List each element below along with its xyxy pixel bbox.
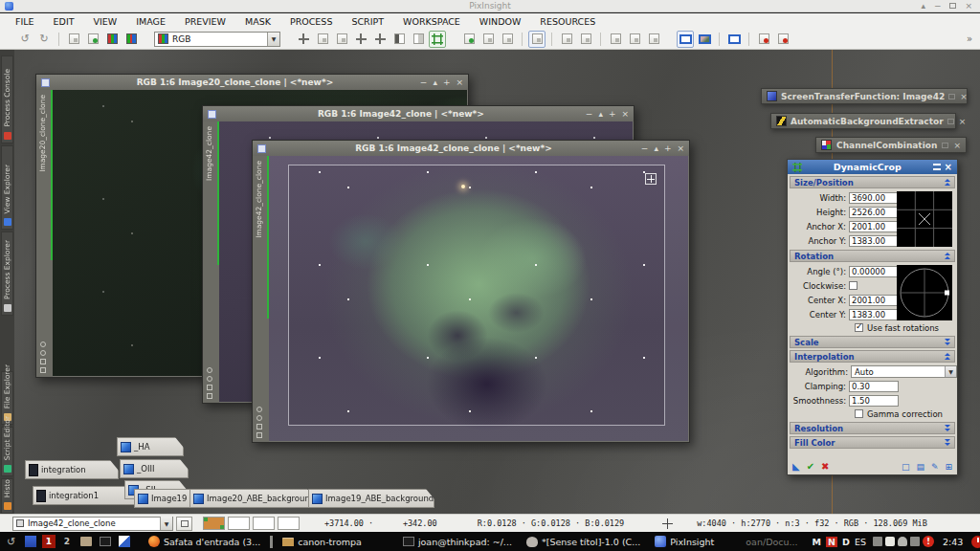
zoom-out-mode-icon[interactable] [333,31,350,48]
window-grid-icon[interactable] [23,535,37,549]
tab-view-explorer[interactable]: View Explorer [1,145,13,230]
toolbar-overflow-icon[interactable]: » [967,33,976,44]
close-icon[interactable]: × [953,141,961,150]
terminal-launcher-icon[interactable] [98,535,112,549]
toolbar-drag-handle[interactable] [667,33,672,45]
section-rotation[interactable]: Rotation [790,250,955,262]
indicator-d[interactable]: D [842,537,850,547]
close-window-icon[interactable]: × [965,1,972,11]
keyboard-layout-indicator[interactable]: ES [855,537,866,547]
smoothness-input[interactable] [849,395,899,407]
close-icon[interactable]: × [945,163,952,172]
menu-script[interactable]: SCRIPT [342,16,393,27]
preview-back-icon[interactable] [558,31,575,48]
toolbar-drag-handle[interactable] [451,33,456,45]
files-launcher-icon[interactable] [78,535,93,549]
statusbar-drag-handle[interactable] [305,518,310,530]
tab-history-explorer[interactable]: History Explorer [1,478,13,514]
taskbar-terminal[interactable]: joan@thinkpad: ~/... [398,533,517,550]
tab-process-explorer[interactable]: Process Explorer [1,231,13,316]
cancel-button[interactable]: ✖ [821,461,829,472]
section-scale[interactable]: Scale [790,336,955,348]
dynamic-crop-titlebar[interactable]: DynamicCrop × [788,160,957,174]
alert-tray-icon[interactable]: ! [923,536,934,547]
reset-button[interactable]: ⊞ [945,462,952,472]
zoom-icon[interactable]: + [609,109,616,119]
center-y-input[interactable] [849,309,899,320]
new-document-button[interactable]: ▤ [916,462,924,472]
swap-screens-icon[interactable] [725,31,743,48]
rotation-dial[interactable] [897,265,952,322]
statusbar-drag-handle[interactable] [195,518,200,530]
image-window-titlebar[interactable]: RGB 1:6 Image42_clone | <*new*> − ▴ + × [203,106,634,121]
toolbar-drag-handle[interactable] [145,33,149,45]
new-instance-button[interactable]: ◣ [792,461,800,472]
menu-process[interactable]: PROCESS [280,16,343,27]
minimize-icon[interactable]: − [586,109,593,119]
statusbar-drag-handle[interactable] [460,518,465,530]
pin-window-icon[interactable]: ▴ [921,1,925,11]
anchor-selector[interactable] [897,191,952,249]
center-image-icon[interactable] [352,31,369,48]
process-icon-image19-abe-background[interactable]: Image19_ABE_background [308,489,434,508]
notifications-tray-icon[interactable] [898,537,907,546]
image-window-titlebar[interactable]: RGB 1:6 Image42_clone_clone | <*new*> − … [253,141,689,156]
section-size-position[interactable]: Size/Position [790,176,955,188]
window-list-button[interactable] [176,517,192,531]
workspace-thumbnail-2[interactable] [228,517,250,530]
fit-view-icon[interactable] [371,31,389,48]
edit-preview-icon[interactable] [479,31,497,48]
restore-icon[interactable] [942,143,948,148]
network-tray-icon[interactable] [873,537,882,546]
updates-tray-icon[interactable] [910,537,920,546]
chevron-down-icon[interactable]: ▼ [160,517,172,530]
algorithm-select[interactable]: Auto ▼ [851,365,957,378]
shade-icon[interactable] [933,164,941,170]
restore-window-icon[interactable] [949,3,956,9]
zoom-icon[interactable]: + [443,77,451,87]
close-all-windows-icon[interactable] [774,31,791,48]
toolbar-drag-handle[interactable] [7,33,11,45]
menu-resources[interactable]: RESOURCES [530,16,605,27]
show-desktop-icon[interactable]: ↺ [4,535,18,549]
collapse-icon[interactable] [945,253,950,259]
taskbar-documents[interactable]: oan/Docu... [741,533,802,550]
preview-store-icon[interactable] [607,31,624,48]
chevron-down-icon[interactable]: ▼ [945,366,956,377]
menu-preview[interactable]: PREVIEW [175,16,235,27]
indicator-m[interactable]: M [813,537,821,547]
delete-preview-icon[interactable] [499,31,516,48]
preview-mode-icon[interactable] [528,31,546,48]
close-icon[interactable]: × [960,92,968,101]
workspace-2-button[interactable]: 2 [60,535,74,548]
color-channels-icon[interactable] [122,31,140,48]
indicator-n[interactable]: N [826,537,837,547]
view-selector[interactable]: Image42_clone_clone ▼ [12,517,173,531]
section-fill-color[interactable]: Fill Color [790,436,955,449]
taskbar-file-manager[interactable]: canon-trompa [278,533,367,550]
workspace-thumbnail-3[interactable] [253,517,275,530]
taskbar-gimp[interactable]: *[Sense títol]-1.0 (C... [522,533,645,550]
process-icon-image20-abe-background[interactable]: Image20_ABE_background [189,489,316,508]
new-preview-icon[interactable] [460,31,478,48]
process-icon-ha[interactable]: _HA [117,437,184,456]
collapse-icon[interactable] [945,353,950,360]
menu-window[interactable]: WINDOW [470,16,531,27]
edit-preferences-button[interactable]: ✎ [931,462,939,472]
minimize-icon[interactable]: − [420,77,428,87]
zoom-icon[interactable]: + [664,143,672,153]
process-icon-oiii[interactable]: _OIII [120,459,189,478]
editor-launcher-icon[interactable] [117,535,131,549]
dynamic-crop-dialog[interactable]: DynamicCrop × Size/Position Width: Heigh… [787,159,958,475]
browse-documentation-button[interactable]: □ [902,462,910,472]
dynamic-crop-mode-icon[interactable] [429,31,446,48]
workspace-thumbnail-4[interactable] [278,517,300,530]
tab-process-console[interactable]: Process Console [1,55,13,143]
workspace-thumbnail-1[interactable] [203,517,225,530]
process-icon-integration1[interactable]: integration1 [33,486,136,505]
menu-edit[interactable]: EDIT [44,16,84,27]
preview-reset-icon[interactable] [645,31,662,48]
taskbar-pixinsight[interactable]: PixInsight [650,533,719,550]
channel-selector[interactable]: RGB ▼ [154,32,280,47]
process-icon-integration[interactable]: integration [25,460,119,479]
